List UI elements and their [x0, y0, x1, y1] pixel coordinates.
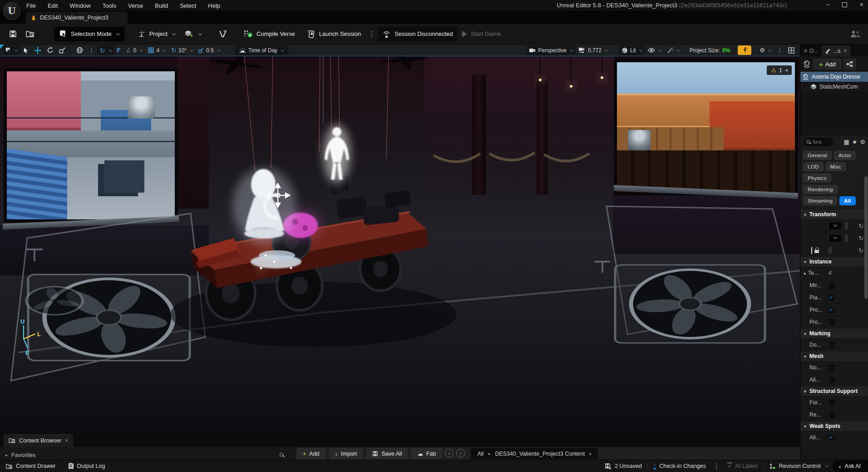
favorites-star-icon[interactable]: ★: [852, 139, 858, 145]
revision-control-dropdown[interactable]: Revision Control: [764, 463, 833, 470]
checkbox-unchecked[interactable]: [829, 342, 834, 348]
section-weak-spots[interactable]: ▾ Weak Spots: [800, 421, 868, 431]
cb-breadcrumb[interactable]: All ▸ DES340_Valiente_Project3 Content ▸: [471, 448, 598, 459]
rotate-tool[interactable]: [44, 45, 56, 55]
rotation-snap-dropdown[interactable]: ↺ 10°: [168, 45, 196, 55]
checkin-kebab[interactable]: ⋮: [710, 462, 723, 470]
minimize-button[interactable]: −: [826, 1, 829, 8]
close-button[interactable]: ×: [860, 1, 863, 8]
menu-select[interactable]: Select: [180, 2, 196, 9]
details-search[interactable]: [803, 138, 833, 146]
scale-snap-dropdown[interactable]: 0.5: [196, 45, 223, 55]
filter-all[interactable]: All: [839, 196, 856, 205]
rotation-dropdown[interactable]: [829, 234, 842, 243]
location-dropdown[interactable]: [829, 222, 842, 230]
move-tool[interactable]: [31, 45, 44, 55]
menu-edit[interactable]: Edit: [48, 2, 58, 9]
checkbox-checked[interactable]: ✓: [829, 307, 834, 313]
launch-options-kebab[interactable]: ⋮: [365, 30, 378, 38]
reset-icon[interactable]: ↺: [858, 247, 863, 254]
snap-rotate-dropdown[interactable]: ↺: [97, 45, 114, 55]
cb-save-all-button[interactable]: Save All: [366, 448, 408, 459]
checkbox-checked[interactable]: ✓: [829, 435, 834, 441]
menu-tools[interactable]: Tools: [103, 2, 116, 9]
content-drawer-button[interactable]: Content Drawer: [0, 460, 62, 472]
menu-window[interactable]: Window: [69, 2, 90, 9]
scale-tool[interactable]: [56, 45, 69, 55]
value-bar[interactable]: [845, 222, 848, 229]
filter-misc[interactable]: Misc: [826, 162, 846, 171]
editor-mode-cursor-dropdown[interactable]: [3, 45, 20, 55]
view-mode-dropdown[interactable]: Lit: [619, 45, 645, 55]
menu-help[interactable]: Help: [208, 2, 220, 9]
value-bar[interactable]: [829, 247, 832, 254]
details-scrollbar[interactable]: [864, 176, 868, 299]
unlock-icon[interactable]: [814, 248, 819, 253]
world-coordinate-toggle[interactable]: [74, 45, 86, 55]
close-tab-icon[interactable]: ×: [65, 437, 68, 444]
breadcrumb-path[interactable]: DES340_Valiente_Project3 Content: [495, 451, 585, 457]
section-transform[interactable]: ▾ Transform: [800, 209, 868, 219]
transform-options-kebab[interactable]: ⋮: [86, 47, 97, 54]
cb-add-button[interactable]: + Add: [297, 448, 326, 459]
cb-fab-button[interactable]: ☁ Fab: [411, 448, 442, 459]
save-button[interactable]: [5, 26, 21, 42]
ask-ai-button[interactable]: ‹ Ask AI: [833, 460, 868, 472]
filter-rendering[interactable]: Rendering: [803, 185, 838, 194]
multi-user-icon[interactable]: [850, 30, 862, 38]
viewport-warning-badge[interactable]: ⚠ 1 ◀: [767, 65, 792, 75]
reset-icon[interactable]: ↺: [858, 223, 863, 229]
filter-general[interactable]: General: [803, 151, 832, 160]
selection-mode-dropdown[interactable]: Selection Mode: [54, 27, 125, 41]
display-options-icon[interactable]: ▦: [843, 139, 849, 145]
checkbox-unchecked[interactable]: [829, 283, 834, 288]
session-status[interactable]: Session Disconnected: [378, 27, 458, 41]
time-of-day-dropdown[interactable]: Time of Day: [235, 45, 288, 55]
quick-add-dropdown[interactable]: +: [180, 26, 206, 42]
outliner-row-component[interactable]: StaticMeshCom: [800, 82, 868, 92]
checkin-changes-button[interactable]: ↑ Check-in Changes: [649, 463, 710, 470]
camera-speed-dropdown[interactable]: 0.772: [576, 45, 611, 55]
breadcrumb-all[interactable]: All: [477, 451, 483, 457]
checkbox-unchecked[interactable]: [829, 377, 834, 383]
close-tab-icon[interactable]: ×: [843, 48, 847, 54]
filter-actor[interactable]: Actor: [834, 151, 856, 160]
section-structural-support[interactable]: ▾ Structural Support: [800, 386, 868, 396]
compile-verse-button[interactable]: Compile Verse: [239, 26, 300, 42]
project-asset-tab[interactable]: DES340_Valiente_Project3: [26, 12, 128, 24]
viewport-3d-scene[interactable]: U L F ⚠ 1 ◀: [0, 56, 800, 432]
select-tool[interactable]: [20, 45, 31, 55]
details-settings-icon[interactable]: ⚙: [860, 139, 865, 145]
menu-build[interactable]: Build: [155, 2, 168, 9]
checkbox-unchecked[interactable]: [829, 319, 834, 325]
search-input[interactable]: [812, 139, 830, 144]
outliner-row-actor[interactable]: Asteria Dojo Dresse: [800, 72, 868, 82]
viewport-layout-button[interactable]: [785, 45, 797, 55]
cb-back-button[interactable]: ‹: [445, 449, 454, 457]
cb-forward-button[interactable]: ›: [456, 449, 465, 457]
menu-verse[interactable]: Verse: [128, 2, 143, 9]
add-component-button[interactable]: + Add: [813, 59, 842, 70]
verse-button[interactable]: [214, 26, 232, 42]
content-browser-tab[interactable]: Content Browser ×: [4, 434, 73, 447]
component-hierarchy-button[interactable]: [844, 59, 856, 70]
perspective-dropdown[interactable]: Perspective: [526, 45, 576, 55]
output-log-button[interactable]: Output Log: [62, 460, 112, 472]
grid-snap-dropdown[interactable]: 4: [145, 45, 168, 55]
viewport-settings-dropdown[interactable]: ⚙: [757, 45, 774, 55]
unsaved-indicator[interactable]: 2 Unsaved: [600, 463, 646, 470]
live-edit-button[interactable]: [738, 45, 751, 55]
section-mesh[interactable]: ▾ Mesh: [800, 351, 868, 361]
section-marking[interactable]: ▾ Marking: [800, 328, 868, 338]
checkbox-unchecked[interactable]: [829, 412, 834, 418]
checkbox-unchecked[interactable]: [829, 365, 834, 371]
expand-icon[interactable]: ▸: [804, 271, 806, 276]
cb-import-button[interactable]: ↓ Import: [329, 448, 363, 459]
angle-snap-dropdown[interactable]: ∠ 0: [123, 45, 145, 55]
checkbox-unchecked[interactable]: [829, 400, 834, 406]
visibility-dropdown[interactable]: [645, 45, 664, 55]
filter-lod[interactable]: LOD: [803, 162, 824, 171]
viewport-kebab[interactable]: ⋮: [774, 47, 785, 54]
unreal-logo-icon[interactable]: U: [2, 1, 21, 20]
surface-snap-toggle[interactable]: F: [114, 45, 123, 55]
